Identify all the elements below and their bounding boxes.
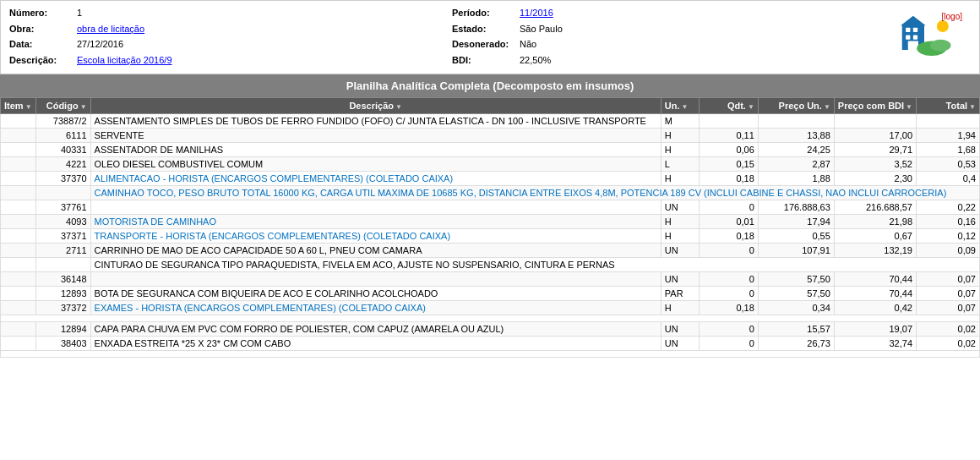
cell-item bbox=[1, 287, 36, 301]
svg-marker-6 bbox=[901, 16, 926, 25]
cell-preco-bdi: 132,19 bbox=[834, 244, 916, 258]
cell-item bbox=[1, 301, 36, 315]
cell-descricao: CARRINHO DE MAO DE ACO CAPACIDADE 50 A 6… bbox=[90, 244, 661, 258]
cell-un: H bbox=[661, 229, 699, 244]
col-header-codigo[interactable]: Código▼ bbox=[35, 98, 90, 114]
cell-preco-bdi: 216.688,57 bbox=[834, 200, 916, 215]
cell-preco-un: 107,91 bbox=[758, 244, 834, 258]
cell-descricao: CINTURAO DE SEGURANCA TIPO PARAQUEDISTA,… bbox=[90, 258, 979, 272]
cell-codigo: 73887/2 bbox=[35, 114, 90, 129]
table-row: 4221 OLEO DIESEL COMBUSTIVEL COMUM L 0,1… bbox=[1, 157, 980, 172]
table-row: CAMINHAO TOCO, PESO BRUTO TOTAL 16000 KG… bbox=[1, 186, 980, 200]
col-header-total[interactable]: Total▼ bbox=[917, 98, 980, 114]
col-header-preco-un[interactable]: Preço Un.▼ bbox=[758, 98, 834, 114]
cell-total: 0,53 bbox=[917, 157, 980, 172]
cell-codigo: 4221 bbox=[35, 157, 90, 172]
cell-descricao bbox=[90, 200, 661, 215]
cell-item bbox=[1, 229, 36, 244]
cell-total: 0,07 bbox=[917, 287, 980, 301]
cell-preco-un: 26,73 bbox=[758, 337, 834, 351]
svg-rect-5 bbox=[908, 41, 918, 51]
cell-preco-un: 15,57 bbox=[758, 322, 834, 337]
col-header-item[interactable]: Item▼ bbox=[1, 98, 36, 114]
table-row: 12893 BOTA DE SEGURANCA COM BIQUEIRA DE … bbox=[1, 287, 980, 301]
cell-descricao: OLEO DIESEL COMBUSTIVEL COMUM bbox=[90, 157, 661, 172]
cell-total: 0,09 bbox=[917, 244, 980, 258]
cell-total: 0,02 bbox=[917, 322, 980, 337]
desonerado-value: Não bbox=[520, 37, 536, 52]
cell-total: 0,4 bbox=[917, 172, 980, 186]
col-header-un[interactable]: Un.▼ bbox=[661, 98, 699, 114]
cell-qdt: 0 bbox=[699, 200, 758, 215]
cell-item bbox=[1, 215, 36, 229]
cell-qdt: 0 bbox=[699, 337, 758, 351]
estado-value: São Paulo bbox=[520, 22, 563, 36]
cell-descricao: BOTA DE SEGURANCA COM BIQUEIRA DE ACO E … bbox=[90, 287, 661, 301]
cell-qdt: 0 bbox=[699, 322, 758, 337]
col-header-preco-bdi[interactable]: Preço com BDI▼ bbox=[834, 98, 916, 114]
col-header-qdt[interactable]: Qdt.▼ bbox=[699, 98, 758, 114]
cell-total: 0,02 bbox=[917, 337, 980, 351]
cell-preco-bdi: 0,42 bbox=[834, 301, 916, 315]
cell-descricao: TRANSPORTE - HORISTA (ENCARGOS COMPLEMEN… bbox=[90, 229, 661, 244]
header-section: Número: 1 Obra: obra de licitação Data: … bbox=[0, 0, 980, 74]
table-row: 37372 EXAMES - HORISTA (ENCARGOS COMPLEM… bbox=[1, 301, 980, 315]
cell-total: 0,16 bbox=[917, 215, 980, 229]
cell-codigo: 12894 bbox=[35, 322, 90, 337]
cell-qdt: 0,15 bbox=[699, 157, 758, 172]
cell-preco-bdi: 70,44 bbox=[834, 272, 916, 287]
cell-un: H bbox=[661, 172, 699, 186]
table-row: 2711 CARRINHO DE MAO DE ACO CAPACIDADE 5… bbox=[1, 244, 980, 258]
cell-item bbox=[1, 244, 36, 258]
descricao-value: Escola licitação 2016/9 bbox=[77, 53, 172, 68]
cell-preco-bdi: 32,74 bbox=[834, 337, 916, 351]
cell-codigo: 4093 bbox=[35, 215, 90, 229]
data-label: Data: bbox=[9, 37, 77, 52]
cell-codigo: 2711 bbox=[35, 244, 90, 258]
cell-total: 1,94 bbox=[917, 129, 980, 143]
table-row: 4093 MOTORISTA DE CAMINHAO H 0,01 17,94 … bbox=[1, 215, 980, 229]
main-table: Item▼ Código▼ Descrição▼ Un.▼ Qdt.▼ Preç… bbox=[0, 97, 980, 358]
periodo-label: Período: bbox=[452, 6, 520, 20]
cell-descricao: CAMINHAO TOCO, PESO BRUTO TOTAL 16000 KG… bbox=[90, 186, 979, 200]
cell-total: 0,07 bbox=[917, 272, 980, 287]
table-row: 37761 UN 0 176.888,63 216.688,57 0,22 bbox=[1, 200, 980, 215]
cell-preco-un: 17,94 bbox=[758, 215, 834, 229]
cell-preco-bdi: 21,98 bbox=[834, 215, 916, 229]
cell-codigo: 37370 bbox=[35, 172, 90, 186]
cell-codigo: 38403 bbox=[35, 337, 90, 351]
cell-codigo: 37372 bbox=[35, 301, 90, 315]
table-row: 36148 UN 0 57,50 70,44 0,07 bbox=[1, 272, 980, 287]
cell-un: UN bbox=[661, 322, 699, 337]
cell-preco-un bbox=[758, 114, 834, 129]
table-row: 12894 CAPA PARA CHUVA EM PVC COM FORRO D… bbox=[1, 322, 980, 337]
data-value: 27/12/2016 bbox=[77, 37, 123, 52]
cell-preco-bdi: 19,07 bbox=[834, 322, 916, 337]
cell-codigo: 6111 bbox=[35, 129, 90, 143]
table-row: CINTURAO DE SEGURANCA TIPO PARAQUEDISTA,… bbox=[1, 258, 980, 272]
cell-descricao: EXAMES - HORISTA (ENCARGOS COMPLEMENTARE… bbox=[90, 301, 661, 315]
cell-item bbox=[1, 272, 36, 287]
cell-preco-un: 0,34 bbox=[758, 301, 834, 315]
cell-preco-bdi: 29,71 bbox=[834, 143, 916, 157]
cell-descricao: ENXADA ESTREITA *25 X 23* CM COM CABO bbox=[90, 337, 661, 351]
svg-rect-1 bbox=[906, 28, 910, 32]
bdi-value: 22,50% bbox=[520, 53, 551, 68]
cell-total: 0,07 bbox=[917, 301, 980, 315]
cell-codigo bbox=[35, 258, 90, 272]
cell-un: L bbox=[661, 157, 699, 172]
obra-value: obra de licitação bbox=[77, 22, 144, 36]
cell-total: 0,22 bbox=[917, 200, 980, 215]
svg-rect-3 bbox=[906, 36, 910, 40]
cell-total bbox=[917, 114, 980, 129]
cell-un: UN bbox=[661, 200, 699, 215]
periodo-value: 11/2016 bbox=[520, 6, 553, 20]
cell-codigo: 37371 bbox=[35, 229, 90, 244]
cell-un: M bbox=[661, 114, 699, 129]
header-left: Número: 1 Obra: obra de licitação Data: … bbox=[9, 6, 452, 68]
cell-un: H bbox=[661, 301, 699, 315]
col-header-descricao[interactable]: Descrição▼ bbox=[90, 98, 661, 114]
cell-preco-un: 2,87 bbox=[758, 157, 834, 172]
logo-label: [logo] bbox=[942, 12, 962, 21]
table-title-row: Planilha Analítica Completa (Decomposto … bbox=[0, 74, 980, 97]
